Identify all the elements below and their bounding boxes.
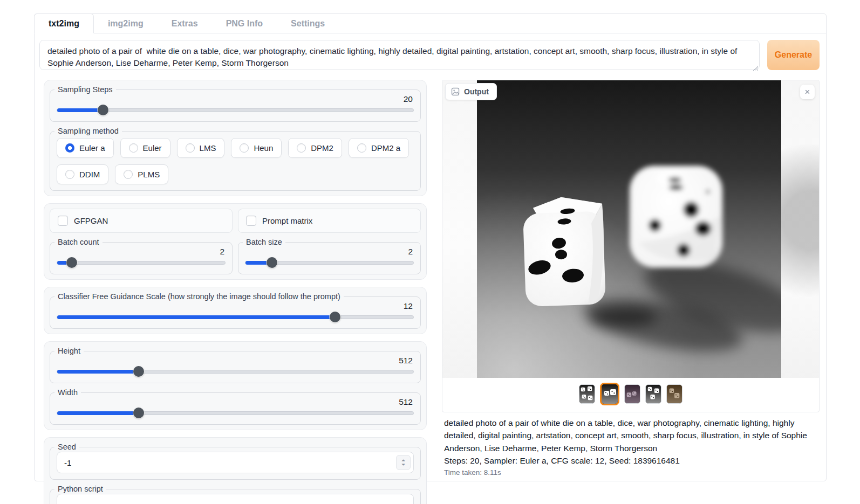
carousel-next-preview (781, 80, 819, 378)
card-body: detailed photo of a pair of white die on… (35, 33, 826, 504)
slider-track[interactable] (57, 261, 226, 265)
tab-extras[interactable]: Extras (158, 14, 212, 33)
prompt-row: detailed photo of a pair of white die on… (39, 40, 820, 72)
caption-prompt-text: detailed photo of a pair of white die on… (444, 417, 817, 454)
batch-size-value: 2 (245, 247, 414, 257)
tab-bar: txt2img img2img Extras PNG Info Settings (35, 14, 826, 33)
thumbnail-result-3[interactable] (624, 384, 640, 404)
time-taken-text: Time taken: 8.11s (444, 467, 817, 478)
radio-label: Euler a (79, 143, 105, 153)
radio-icon[interactable] (240, 143, 249, 153)
cfg-group: Classifier Free Guidance Scale (how stro… (44, 287, 427, 334)
thumbnail-result-2[interactable] (600, 383, 619, 405)
image-icon (451, 87, 460, 96)
output-caption: detailed photo of a pair of white die on… (442, 412, 820, 478)
tab-txt2img[interactable]: txt2img (34, 13, 94, 33)
settings-column: Sampling Steps 20 Sampling method Euler … (44, 80, 427, 504)
radio-icon[interactable] (357, 143, 366, 153)
radio-icon[interactable] (297, 143, 306, 153)
sampling-steps-fieldset: Sampling Steps 20 (50, 85, 421, 122)
radio-label: Heun (254, 143, 273, 153)
seed-input-value: -1 (64, 458, 71, 467)
tab-img2img[interactable]: img2img (94, 14, 158, 33)
generated-image (477, 80, 781, 378)
slider-track[interactable] (57, 315, 414, 319)
dimensions-group: Height 512 Width 512 (44, 341, 427, 430)
prompt-matrix-checkbox[interactable]: Prompt matrix (238, 209, 421, 233)
sampling-method-options: Euler aEulerLMSHeunDPM2DPM2 aDDIMPLMS (57, 138, 414, 184)
sampling-method-option-euler[interactable]: Euler (120, 138, 170, 158)
slider-thumb[interactable] (66, 257, 77, 268)
output-tab[interactable]: Output (445, 83, 497, 100)
close-icon[interactable]: × (800, 85, 815, 99)
carousel-prev-preview (442, 80, 477, 378)
cfg-slider[interactable] (57, 312, 414, 322)
batch-size-label: Batch size (243, 238, 285, 246)
sampling-steps-label: Sampling Steps (54, 85, 116, 94)
sampling-method-option-heun[interactable]: Heun (231, 138, 282, 158)
sampling-method-option-dpm2-a[interactable]: DPM2 a (349, 138, 409, 158)
seed-input[interactable]: -1 ⏶⏷ (57, 452, 414, 473)
sampling-method-label: Sampling method (54, 127, 122, 135)
radio-icon[interactable] (65, 143, 74, 153)
radio-icon[interactable] (129, 143, 138, 153)
radio-icon[interactable] (124, 170, 133, 179)
seed-fieldset: Seed -1 ⏶⏷ (50, 443, 421, 480)
batch-group: GFPGAN Prompt matrix Batch count 2 (44, 203, 427, 280)
output-gallery: Output × (442, 80, 820, 412)
height-slider[interactable] (57, 366, 414, 377)
checkbox-box-icon[interactable] (58, 216, 68, 226)
caption-params-text: Steps: 20, Sampler: Euler a, CFG scale: … (444, 454, 817, 467)
sampling-method-option-plms[interactable]: PLMS (115, 164, 168, 184)
slider-track[interactable] (57, 370, 414, 374)
width-label: Width (54, 388, 81, 397)
radio-label: PLMS (138, 170, 160, 179)
radio-icon[interactable] (65, 170, 74, 179)
batch-count-slider[interactable] (57, 257, 226, 268)
slider-thumb[interactable] (133, 366, 144, 377)
python-script-label: Python script (54, 485, 106, 493)
slider-thumb[interactable] (98, 105, 108, 115)
generate-button[interactable]: Generate (767, 40, 820, 70)
prompt-input[interactable]: detailed photo of a pair of white die on… (39, 40, 760, 70)
radio-label: DPM2 a (371, 143, 400, 153)
height-fieldset: Height 512 (50, 347, 421, 383)
sampling-steps-slider[interactable] (57, 105, 414, 115)
height-value: 512 (57, 356, 414, 365)
sampling-method-option-dpm2[interactable]: DPM2 (288, 138, 342, 158)
sampling-method-option-lms[interactable]: LMS (177, 138, 225, 158)
python-script-input[interactable] (57, 494, 414, 504)
seed-label: Seed (54, 443, 79, 451)
radio-label: LMS (200, 143, 216, 153)
sampling-method-fieldset: Sampling method Euler aEulerLMSHeunDPM2D… (50, 127, 421, 191)
checkbox-box-icon[interactable] (246, 216, 256, 226)
spinner-down-icon[interactable]: ⏷ (401, 463, 405, 467)
gfpgan-label: GFPGAN (74, 216, 108, 225)
slider-thumb[interactable] (330, 312, 340, 322)
width-slider[interactable] (57, 408, 414, 418)
tab-settings[interactable]: Settings (277, 14, 339, 33)
gfpgan-checkbox[interactable]: GFPGAN (50, 209, 233, 233)
slider-thumb[interactable] (133, 408, 144, 418)
batch-size-slider[interactable] (245, 257, 414, 268)
thumbnail-result-1[interactable] (579, 384, 595, 404)
thumbnail-result-5[interactable] (666, 384, 682, 404)
sampling-group: Sampling Steps 20 Sampling method Euler … (44, 80, 427, 196)
thumbnail-result-4[interactable] (645, 384, 661, 404)
sampling-method-option-euler-a[interactable]: Euler a (57, 138, 114, 158)
radio-label: Euler (143, 143, 162, 153)
number-spinner[interactable]: ⏶⏷ (396, 455, 411, 470)
sampling-steps-value: 20 (57, 94, 414, 104)
cfg-value: 12 (57, 301, 414, 311)
sampling-method-option-ddim[interactable]: DDIM (57, 164, 108, 184)
width-value: 512 (57, 397, 414, 407)
batch-count-label: Batch count (54, 238, 103, 246)
slider-track[interactable] (57, 411, 414, 415)
thumbnail-strip (442, 378, 819, 412)
radio-icon[interactable] (186, 143, 195, 153)
tab-png-info[interactable]: PNG Info (212, 14, 277, 33)
slider-thumb[interactable] (267, 257, 277, 268)
cfg-fieldset: Classifier Free Guidance Scale (how stro… (50, 292, 421, 329)
slider-track[interactable] (57, 108, 414, 112)
batch-count-value: 2 (57, 247, 226, 257)
